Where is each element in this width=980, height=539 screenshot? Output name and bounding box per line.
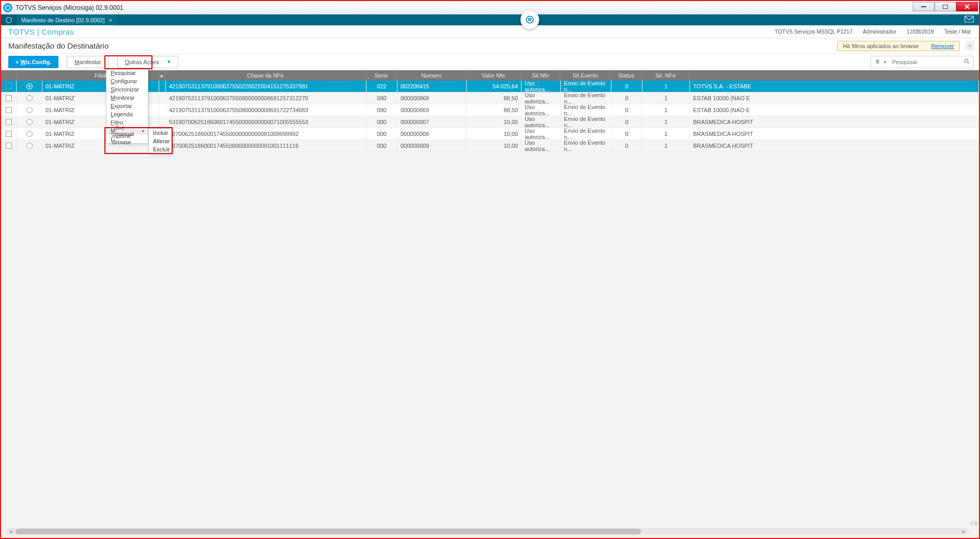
cell-serie: 080: [366, 93, 397, 104]
cell-sitev: Envio de Evento n...: [561, 140, 611, 152]
meta-date: 12/08/2019: [907, 28, 934, 35]
manifestar-label: Manifestar: [74, 59, 101, 65]
meta-server: TOTVS Serviços MSSQL P1217: [775, 28, 853, 35]
cell-sit2: 1: [642, 128, 690, 140]
window-titlebar: TOTVS Serviços (Microsiga) 02.9.0001: [1, 1, 979, 14]
cell-sitev: Envio de Evento n...: [561, 81, 611, 93]
row-radio[interactable]: [17, 140, 42, 152]
cell-status: 0: [611, 128, 642, 140]
manifestar-button[interactable]: Manifestar: [67, 56, 109, 68]
row-checkbox[interactable]: [1, 128, 17, 140]
row-checkbox[interactable]: [1, 116, 17, 128]
outras-acoes-button[interactable]: Outras Ações ▾: [117, 56, 178, 68]
minimize-button[interactable]: [913, 2, 935, 11]
col-checkbox: [1, 70, 17, 81]
row-checkbox[interactable]: [1, 140, 17, 152]
refresh-icon[interactable]: [1, 14, 17, 25]
col-sit2[interactable]: Sit. NFe: [642, 70, 690, 81]
cell-desc: ESTAB 10000 (NAO E: [690, 104, 979, 116]
row-radio[interactable]: [17, 93, 42, 104]
menu-item[interactable]: Exportar: [106, 102, 148, 110]
scrollbar-thumb[interactable]: [16, 529, 641, 534]
filter-label: Filt: [971, 520, 978, 527]
cell-status: 0: [611, 104, 642, 116]
cell-expand[interactable]: [159, 81, 166, 93]
scroll-right-icon[interactable]: ▸: [960, 528, 968, 535]
app-icon: [3, 3, 12, 12]
tab-label: Manifesto de Destino [02.9.0002]: [21, 17, 104, 23]
cell-valor: 10,00: [467, 116, 522, 128]
cell-status: 0: [611, 81, 642, 93]
wiz-config-button[interactable]: + Wiz.Config.: [8, 56, 58, 68]
outras-acoes-menu: PesquisarConfigurarSincronizarMonitorarE…: [106, 68, 148, 144]
top-badge-icon[interactable]: [520, 10, 539, 29]
row-radio[interactable]: [17, 104, 42, 116]
cell-sit2: 1: [642, 81, 690, 93]
search-input[interactable]: [889, 59, 963, 65]
cell-desc: BRASMEDICA HOSPIT: [690, 128, 979, 140]
app-header: Manifesto de Destino [02.9.0002] ×: [1, 14, 979, 25]
scroll-left-icon[interactable]: ◂: [7, 528, 14, 535]
col-serie[interactable]: Serie: [366, 70, 397, 81]
meta-bar: TOTVS Serviços MSSQL P1217 Administrador…: [775, 28, 979, 35]
col-chave[interactable]: Chave da NFe: [165, 70, 366, 81]
row-radio[interactable]: [17, 81, 42, 93]
horizontal-scrollbar[interactable]: ◂ ▸: [6, 528, 969, 535]
col-sitnfe[interactable]: Sit.Nfe: [521, 70, 560, 81]
col-status[interactable]: Status: [611, 70, 642, 81]
col-expand[interactable]: ▸: [159, 70, 165, 81]
svg-rect-6: [965, 16, 974, 22]
meta-user: Administrador: [863, 28, 896, 35]
row-checkbox[interactable]: [1, 104, 17, 116]
submenu-item[interactable]: Alterar: [149, 137, 172, 145]
col-sitev[interactable]: Sit.Evento: [560, 70, 611, 81]
col-valor[interactable]: Valor Nfe: [466, 70, 521, 81]
row-checkbox[interactable]: [1, 81, 17, 93]
col-desc[interactable]: [690, 70, 979, 81]
menu-item[interactable]: Configurar: [106, 77, 148, 85]
chevron-down-icon[interactable]: ▾: [882, 59, 890, 65]
search-box[interactable]: Ⅲ ▾: [870, 56, 974, 68]
filter-text: Há filtros aplicados ao browse: [843, 43, 919, 49]
cell-valor: 88,50: [467, 93, 522, 104]
cell-expand[interactable]: [159, 116, 166, 128]
row-checkbox[interactable]: [1, 93, 17, 104]
filter-remove-link[interactable]: Remover: [931, 43, 954, 49]
menu-item[interactable]: Imprimir Browse: [106, 135, 148, 143]
svg-point-0: [6, 5, 10, 10]
module-title: TOTVS | Compras: [8, 27, 74, 36]
cell-numero: 002200415: [397, 81, 467, 93]
row-radio[interactable]: [17, 128, 42, 140]
svg-point-4: [529, 19, 530, 20]
close-icon[interactable]: ×: [109, 17, 112, 23]
cell-desc: BRASMEDICA HOSPIT: [690, 116, 979, 128]
menu-item[interactable]: Pesquisar: [106, 69, 148, 77]
routine-title: Manifestação do Destinatário: [8, 41, 109, 50]
maximize-button[interactable]: [935, 2, 956, 11]
cell-valor: 54.025,64: [467, 81, 522, 93]
search-icon[interactable]: [963, 58, 970, 66]
mail-icon[interactable]: [964, 16, 974, 24]
cell-expand[interactable]: [159, 104, 166, 116]
row-radio[interactable]: [17, 116, 42, 128]
cell-status: 0: [611, 116, 642, 128]
cell-expand[interactable]: [159, 93, 166, 104]
submenu-item[interactable]: Incluir: [149, 129, 172, 137]
submenu-item[interactable]: Excluir: [149, 145, 172, 153]
open-tab[interactable]: Manifesto de Destino [02.9.0002] ×: [17, 14, 117, 25]
menu-item[interactable]: Sincronizar: [106, 85, 148, 94]
cell-desc: ESTAB 10000 (NAO E: [690, 93, 979, 104]
cell-status: 0: [611, 140, 642, 152]
cell-chave: 5319070062518600017455000000000007100555…: [166, 116, 366, 128]
cell-numero: 000000868: [397, 93, 467, 104]
col-numero[interactable]: Numero: [397, 70, 466, 81]
cell-valor: 10,00: [467, 140, 522, 152]
cell-sitev: Envio de Evento n...: [561, 104, 611, 116]
columns-icon[interactable]: Ⅲ: [874, 58, 882, 65]
menu-item[interactable]: Legenda: [106, 110, 148, 118]
menu-item[interactable]: Monitorar: [106, 94, 148, 102]
close-button[interactable]: [956, 2, 978, 11]
gear-icon[interactable]: [965, 41, 974, 50]
cell-valor: 88,50: [467, 104, 522, 116]
cell-sitnfe: Uso autoriza...: [522, 81, 561, 93]
